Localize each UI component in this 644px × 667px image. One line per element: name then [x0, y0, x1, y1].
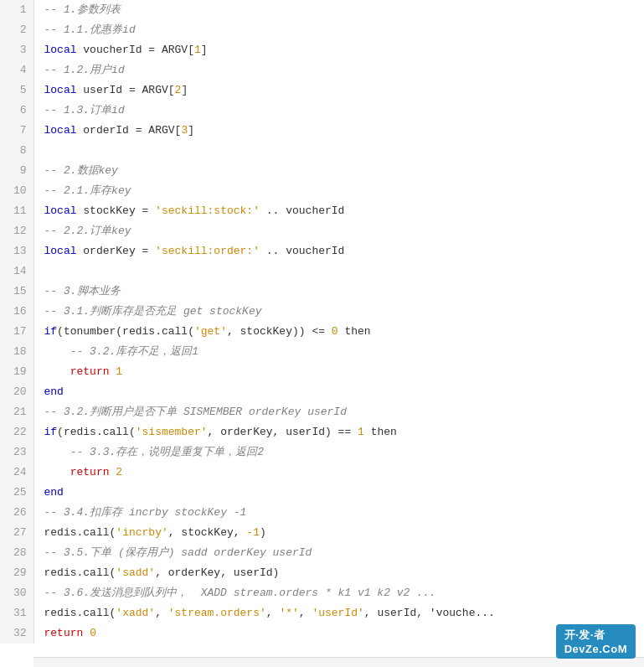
code-line: local orderKey = 'seckill:order:' .. vou… [33, 241, 644, 261]
line-number: 15 [0, 282, 33, 302]
code-line: local userId = ARGV[2] [33, 80, 644, 101]
line-number: 7 [0, 121, 33, 141]
table-row: 21-- 3.2.判断用户是否下单 SISMEMBER orderKey use… [0, 402, 644, 422]
line-number: 4 [0, 60, 33, 80]
code-line: -- 3.3.存在，说明是重复下单，返回2 [33, 442, 644, 463]
code-line: redis.call('incrby', stockKey, -1) [33, 523, 644, 543]
table-row: 24 return 2 [0, 463, 644, 483]
table-row: 16-- 3.1.判断库存是否充足 get stockKey [0, 302, 644, 322]
table-row: 32return 0 [0, 623, 644, 644]
line-number: 31 [0, 603, 33, 623]
code-line: -- 1.参数列表 [33, 0, 644, 20]
line-number: 3 [0, 40, 33, 60]
line-number: 5 [0, 80, 33, 101]
code-line: -- 1.2.用户id [33, 60, 644, 80]
watermark-line1: 开·发·者 [564, 628, 605, 641]
line-number: 26 [0, 503, 33, 523]
table-row: 3local voucherId = ARGV[1] [0, 40, 644, 60]
code-line: -- 2.数据key [33, 161, 644, 181]
code-table: 1-- 1.参数列表2-- 1.1.优惠券id3local voucherId … [0, 0, 644, 644]
code-line: if(redis.call('sismember', orderKey, use… [33, 422, 644, 442]
line-number: 20 [0, 382, 33, 402]
table-row: 6-- 1.3.订单id [0, 101, 644, 121]
table-row: 2-- 1.1.优惠券id [0, 20, 644, 40]
line-number: 19 [0, 362, 33, 382]
code-line: -- 3.1.判断库存是否充足 get stockKey [33, 302, 644, 322]
code-line: -- 3.2.库存不足，返回1 [33, 342, 644, 362]
table-row: 1-- 1.参数列表 [0, 0, 644, 20]
code-line: return 1 [33, 362, 644, 382]
table-row: 20end [0, 382, 644, 402]
code-line: -- 3.2.判断用户是否下单 SISMEMBER orderKey userI… [33, 402, 644, 422]
line-number: 24 [0, 463, 33, 483]
table-row: 15-- 3.脚本业务 [0, 282, 644, 302]
line-number: 29 [0, 563, 33, 583]
table-row: 17if(tonumber(redis.call('get', stockKey… [0, 322, 644, 342]
line-number: 8 [0, 141, 33, 161]
code-line: redis.call('xadd', 'stream.orders', '*',… [33, 603, 644, 623]
table-row: 14 [0, 261, 644, 282]
table-row: 27redis.call('incrby', stockKey, -1) [0, 523, 644, 543]
table-row: 25end [0, 483, 644, 503]
table-row: 31redis.call('xadd', 'stream.orders', '*… [0, 603, 644, 623]
table-row: 18 -- 3.2.库存不足，返回1 [0, 342, 644, 362]
line-number: 21 [0, 402, 33, 422]
table-row: 8 [0, 141, 644, 161]
line-number: 22 [0, 422, 33, 442]
line-number: 17 [0, 322, 33, 342]
code-line: -- 3.6.发送消息到队列中， XADD stream.orders * k1… [33, 583, 644, 603]
table-row: 13local orderKey = 'seckill:order:' .. v… [0, 241, 644, 261]
code-line: return 2 [33, 463, 644, 483]
code-editor: 1-- 1.参数列表2-- 1.1.优惠券id3local voucherId … [0, 0, 644, 667]
table-row: 26-- 3.4.扣库存 incrby stockKey -1 [0, 503, 644, 523]
code-line: local stockKey = 'seckill:stock:' .. vou… [33, 201, 644, 221]
code-line: -- 1.3.订单id [33, 101, 644, 121]
code-line: if(tonumber(redis.call('get', stockKey))… [33, 322, 644, 342]
code-line: local orderId = ARGV[3] [33, 121, 644, 141]
code-line: -- 3.4.扣库存 incrby stockKey -1 [33, 503, 644, 523]
line-number: 30 [0, 583, 33, 603]
line-number: 25 [0, 483, 33, 503]
line-number: 11 [0, 201, 33, 221]
table-row: 28-- 3.5.下单 (保存用户) sadd orderKey userId [0, 543, 644, 563]
horizontal-scrollbar[interactable] [33, 657, 644, 667]
line-number: 18 [0, 342, 33, 362]
table-row: 22if(redis.call('sismember', orderKey, u… [0, 422, 644, 442]
line-number: 2 [0, 20, 33, 40]
code-line: end [33, 382, 644, 402]
table-row: 7local orderId = ARGV[3] [0, 121, 644, 141]
code-line: -- 2.1.库存key [33, 181, 644, 201]
table-row: 5local userId = ARGV[2] [0, 80, 644, 101]
line-number: 32 [0, 623, 33, 644]
code-line: -- 3.脚本业务 [33, 282, 644, 302]
table-row: 9-- 2.数据key [0, 161, 644, 181]
line-number: 14 [0, 261, 33, 282]
line-number: 13 [0, 241, 33, 261]
table-row: 12-- 2.2.订单key [0, 221, 644, 241]
line-number: 28 [0, 543, 33, 563]
table-row: 4-- 1.2.用户id [0, 60, 644, 80]
table-row: 11local stockKey = 'seckill:stock:' .. v… [0, 201, 644, 221]
code-line: end [33, 483, 644, 503]
code-line: local voucherId = ARGV[1] [33, 40, 644, 60]
line-number: 16 [0, 302, 33, 322]
table-row: 30-- 3.6.发送消息到队列中， XADD stream.orders * … [0, 583, 644, 603]
table-row: 19 return 1 [0, 362, 644, 382]
code-line [33, 261, 644, 282]
line-number: 9 [0, 161, 33, 181]
code-line: -- 3.5.下单 (保存用户) sadd orderKey userId [33, 543, 644, 563]
code-line: -- 1.1.优惠券id [33, 20, 644, 40]
table-row: 23 -- 3.3.存在，说明是重复下单，返回2 [0, 442, 644, 463]
line-number: 27 [0, 523, 33, 543]
code-line: redis.call('sadd', orderKey, userId) [33, 563, 644, 583]
code-line [33, 141, 644, 161]
code-line: return 0 [33, 623, 644, 644]
watermark-line2: DevZe.CoM [564, 643, 627, 655]
line-number: 10 [0, 181, 33, 201]
table-row: 10-- 2.1.库存key [0, 181, 644, 201]
table-row: 29redis.call('sadd', orderKey, userId) [0, 563, 644, 583]
code-line: -- 2.2.订单key [33, 221, 644, 241]
watermark: 开·发·者 DevZe.CoM [556, 624, 636, 659]
line-number: 1 [0, 0, 33, 20]
line-number: 12 [0, 221, 33, 241]
